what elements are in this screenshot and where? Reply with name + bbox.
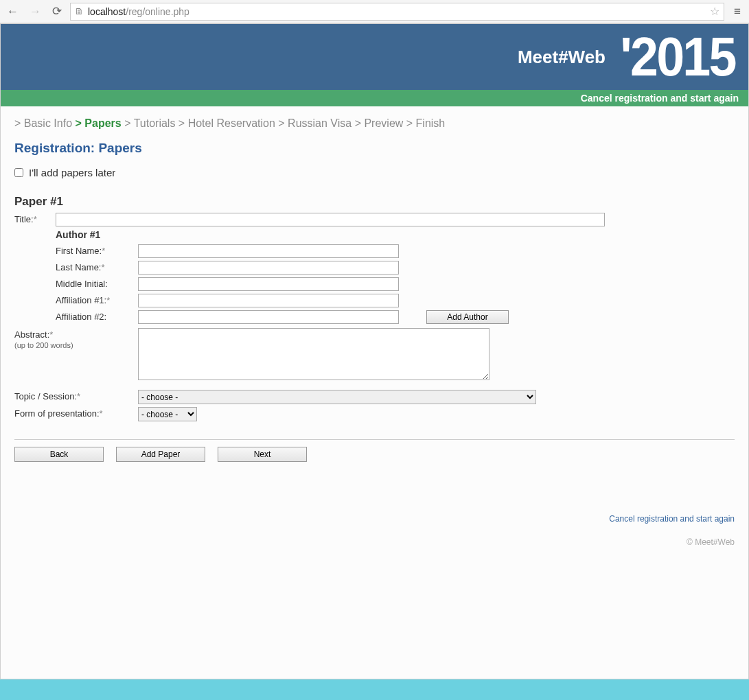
form-presentation-select[interactable]: - choose -: [138, 407, 197, 421]
banner-year: '2015: [620, 30, 735, 84]
breadcrumb-step[interactable]: Russian Visa: [288, 117, 352, 129]
affiliation2-label: Affiliation #2:: [56, 310, 138, 322]
abstract-textarea[interactable]: [138, 328, 489, 380]
title-input[interactable]: [56, 213, 605, 226]
breadcrumb-step[interactable]: Preview: [364, 117, 403, 129]
add-papers-later-label: I'll add papers later: [29, 167, 115, 178]
banner-title: Meet#Web: [518, 47, 606, 68]
affiliation1-label: Affiliation #1:*: [56, 294, 138, 305]
last-name-label: Last Name:*: [56, 261, 138, 272]
middle-initial-input[interactable]: [138, 277, 399, 291]
copyright: © Meet#Web: [14, 537, 735, 547]
abstract-label: Abstract:* (up to 200 words): [14, 328, 138, 350]
add-paper-button[interactable]: Add Paper: [116, 447, 205, 462]
first-name-label: First Name:*: [56, 244, 138, 256]
banner-subbar: Cancel registration and start again: [1, 90, 748, 106]
affiliation2-input[interactable]: [138, 310, 399, 324]
url-host: localhost: [88, 6, 126, 17]
forward-icon: →: [27, 3, 44, 20]
browser-window: 🗎 MeetWeb Forum × 🗎 MeetWeb Forum × — ☐ …: [0, 0, 749, 679]
url-input[interactable]: 🗎 localhost/reg/online.php ☆: [70, 3, 724, 21]
breadcrumb-step[interactable]: Hotel Reservation: [188, 117, 275, 129]
address-bar: ← → ⟳ 🗎 localhost/reg/online.php ☆ ≡: [0, 0, 749, 23]
affiliation1-input[interactable]: [138, 294, 399, 307]
add-later-row: I'll add papers later: [14, 167, 735, 178]
url-path: /reg/online.php: [126, 6, 189, 17]
topic-label: Topic / Session:*: [14, 390, 138, 401]
bookmark-icon[interactable]: ☆: [710, 5, 719, 18]
first-name-input[interactable]: [138, 244, 399, 258]
file-icon: 🗎: [75, 6, 84, 16]
next-button[interactable]: Next: [218, 447, 307, 462]
topic-select[interactable]: - choose -: [138, 390, 536, 404]
paper-heading: Paper #1: [14, 195, 735, 209]
breadcrumb-step[interactable]: Finish: [416, 117, 446, 129]
form-presentation-label: Form of presentation:*: [14, 407, 138, 419]
middle-initial-label: Middle Initial:: [56, 277, 138, 289]
abstract-note: (up to 200 words): [14, 341, 73, 349]
last-name-input[interactable]: [138, 261, 399, 275]
title-label: Title:*: [14, 213, 56, 224]
back-button[interactable]: Back: [14, 447, 104, 462]
page-title: Registration: Papers: [14, 141, 735, 156]
content-area: > Basic Info > Papers > Tutorials > Hote…: [1, 106, 748, 473]
add-papers-later-checkbox[interactable]: [14, 168, 23, 177]
reload-icon[interactable]: ⟳: [49, 3, 65, 20]
breadcrumb-step[interactable]: Basic Info: [24, 117, 72, 129]
footer: Cancel registration and start again © Me…: [1, 473, 748, 554]
back-icon[interactable]: ←: [4, 3, 21, 20]
add-author-button[interactable]: Add Author: [426, 310, 509, 324]
divider: [14, 439, 735, 440]
cancel-registration-link[interactable]: Cancel registration and start again: [581, 93, 739, 104]
author-heading: Author #1: [56, 229, 735, 240]
menu-icon[interactable]: ≡: [730, 3, 745, 20]
button-row: Back Add Paper Next: [14, 447, 735, 462]
site-banner: Meet#Web '2015: [1, 24, 748, 90]
page-viewport: Meet#Web '2015 Cancel registration and s…: [0, 23, 749, 679]
breadcrumb-step[interactable]: Tutorials: [134, 117, 176, 129]
breadcrumb-step-active: Papers: [84, 117, 121, 129]
breadcrumb: > Basic Info > Papers > Tutorials > Hote…: [14, 117, 735, 130]
cancel-registration-link-footer[interactable]: Cancel registration and start again: [609, 514, 735, 524]
